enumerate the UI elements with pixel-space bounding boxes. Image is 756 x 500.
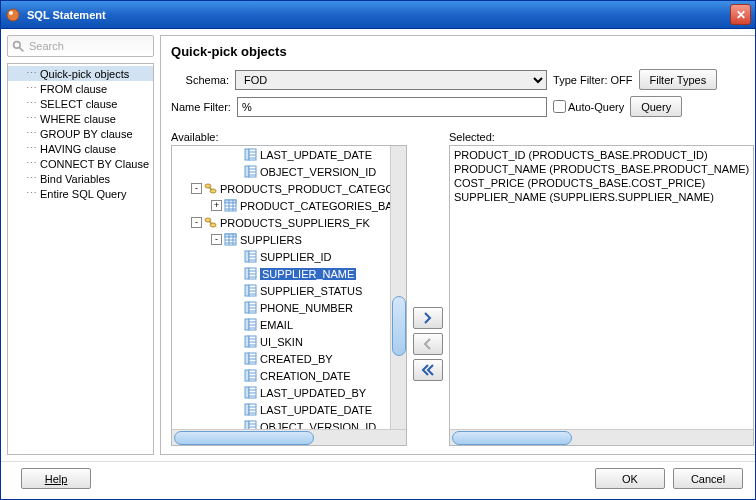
- selected-hscrollbar[interactable]: [450, 429, 753, 445]
- svg-rect-57: [245, 336, 249, 347]
- query-button[interactable]: Query: [630, 96, 682, 117]
- ok-button[interactable]: OK: [595, 468, 665, 489]
- tbl-icon: [224, 233, 237, 246]
- filter-types-button[interactable]: Filter Types: [639, 69, 718, 90]
- tree-node[interactable]: -SUPPLIERS: [172, 231, 390, 248]
- footer: Help OK Cancel: [1, 461, 755, 495]
- auto-query-checkbox[interactable]: Auto-Query: [553, 100, 624, 113]
- svg-rect-18: [225, 200, 236, 203]
- tree-node[interactable]: SUPPLIER_ID: [172, 248, 390, 265]
- tree-node[interactable]: CREATION_DATE: [172, 367, 390, 384]
- svg-rect-77: [245, 404, 249, 415]
- tree-node[interactable]: LAST_UPDATE_DATE: [172, 146, 390, 163]
- nav-item[interactable]: SELECT clause: [8, 96, 153, 111]
- svg-rect-52: [245, 319, 249, 330]
- nav-item[interactable]: Entire SQL Query: [8, 186, 153, 201]
- col-icon: [244, 352, 257, 365]
- chevron-left-icon: [422, 338, 434, 350]
- tree-node[interactable]: +PRODUCT_CATEGORIES_BASE: [172, 197, 390, 214]
- window-title: SQL Statement: [27, 9, 730, 21]
- nav-item[interactable]: WHERE clause: [8, 111, 153, 126]
- close-button[interactable]: ✕: [730, 4, 751, 25]
- collapse-icon[interactable]: -: [191, 217, 202, 228]
- nav-item[interactable]: HAVING clause: [8, 141, 153, 156]
- collapse-icon[interactable]: -: [191, 183, 202, 194]
- nav-item[interactable]: Bind Variables: [8, 171, 153, 186]
- expand-icon[interactable]: +: [211, 200, 222, 211]
- selected-list[interactable]: PRODUCT_ID (PRODUCTS_BASE.PRODUCT_ID)PRO…: [449, 145, 754, 446]
- app-icon: [5, 7, 21, 23]
- svg-point-2: [14, 41, 21, 48]
- col-icon: [244, 301, 257, 314]
- cancel-button[interactable]: Cancel: [673, 468, 743, 489]
- svg-rect-4: [245, 149, 249, 160]
- search-input[interactable]: Search: [7, 35, 154, 57]
- search-placeholder: Search: [29, 40, 64, 52]
- tree-node[interactable]: EMAIL: [172, 316, 390, 333]
- add-button[interactable]: [413, 307, 443, 329]
- nav-item[interactable]: Quick-pick objects: [8, 66, 153, 81]
- collapse-icon[interactable]: -: [211, 234, 222, 245]
- help-button[interactable]: Help: [21, 468, 91, 489]
- nav-item[interactable]: FROM clause: [8, 81, 153, 96]
- available-tree[interactable]: LAST_UPDATE_DATEOBJECT_VERSION_ID-PRODUC…: [171, 145, 407, 446]
- selected-item[interactable]: SUPPLIER_NAME (SUPPLIERS.SUPPLIER_NAME): [452, 190, 751, 204]
- titlebar: SQL Statement ✕: [1, 1, 755, 29]
- fk-icon: [204, 182, 217, 195]
- name-filter-input[interactable]: [237, 97, 547, 117]
- schema-select[interactable]: FOD: [235, 70, 547, 90]
- selected-item[interactable]: PRODUCT_ID (PRODUCTS_BASE.PRODUCT_ID): [452, 148, 751, 162]
- panel-title: Quick-pick objects: [171, 44, 756, 59]
- col-icon: [244, 148, 257, 161]
- selected-item[interactable]: COST_PRICE (PRODUCTS_BASE.COST_PRICE): [452, 176, 751, 190]
- nav-item[interactable]: GROUP BY clause: [8, 126, 153, 141]
- col-icon: [244, 284, 257, 297]
- remove-all-button[interactable]: [413, 359, 443, 381]
- svg-line-3: [19, 47, 23, 51]
- tree-node[interactable]: UI_SKIN: [172, 333, 390, 350]
- svg-point-1: [9, 11, 13, 15]
- name-filter-label: Name Filter:: [171, 101, 231, 113]
- tree-node[interactable]: -PRODUCTS_PRODUCT_CATEGORIES_FK: [172, 180, 390, 197]
- svg-rect-37: [245, 268, 249, 279]
- svg-rect-27: [225, 234, 236, 237]
- col-icon: [244, 165, 257, 178]
- tree-node[interactable]: LAST_UPDATE_DATE: [172, 401, 390, 418]
- available-vscrollbar[interactable]: [390, 146, 406, 429]
- available-label: Available:: [171, 131, 407, 143]
- double-chevron-left-icon: [421, 364, 435, 376]
- type-filter-label: Type Filter: OFF: [553, 74, 632, 86]
- col-icon: [244, 250, 257, 263]
- nav-item[interactable]: CONNECT BY Clause: [8, 156, 153, 171]
- tree-node[interactable]: OBJECT_VERSION_ID: [172, 163, 390, 180]
- svg-rect-62: [245, 353, 249, 364]
- col-icon: [244, 369, 257, 382]
- selected-label: Selected:: [449, 131, 754, 143]
- tree-node[interactable]: CREATED_BY: [172, 350, 390, 367]
- tree-node[interactable]: SUPPLIER_STATUS: [172, 282, 390, 299]
- svg-rect-9: [245, 166, 249, 177]
- fk-icon: [204, 216, 217, 229]
- svg-rect-42: [245, 285, 249, 296]
- svg-rect-32: [245, 251, 249, 262]
- svg-rect-47: [245, 302, 249, 313]
- schema-label: Schema:: [171, 74, 229, 86]
- svg-rect-67: [245, 370, 249, 381]
- search-icon: [12, 40, 25, 53]
- col-icon: [244, 267, 257, 280]
- svg-line-16: [209, 187, 212, 190]
- selected-item[interactable]: PRODUCT_NAME (PRODUCTS_BASE.PRODUCT_NAME…: [452, 162, 751, 176]
- tree-node[interactable]: PHONE_NUMBER: [172, 299, 390, 316]
- transfer-buttons: [413, 131, 443, 446]
- nav-tree: Quick-pick objectsFROM clauseSELECT clau…: [7, 63, 154, 455]
- svg-rect-72: [245, 387, 249, 398]
- tbl-icon: [224, 199, 237, 212]
- col-icon: [244, 403, 257, 416]
- tree-node[interactable]: LAST_UPDATED_BY: [172, 384, 390, 401]
- remove-button[interactable]: [413, 333, 443, 355]
- svg-point-0: [7, 9, 19, 21]
- tree-node[interactable]: -PRODUCTS_SUPPLIERS_FK: [172, 214, 390, 231]
- available-hscrollbar[interactable]: [172, 429, 406, 445]
- tree-node[interactable]: SUPPLIER_NAME: [172, 265, 390, 282]
- col-icon: [244, 318, 257, 331]
